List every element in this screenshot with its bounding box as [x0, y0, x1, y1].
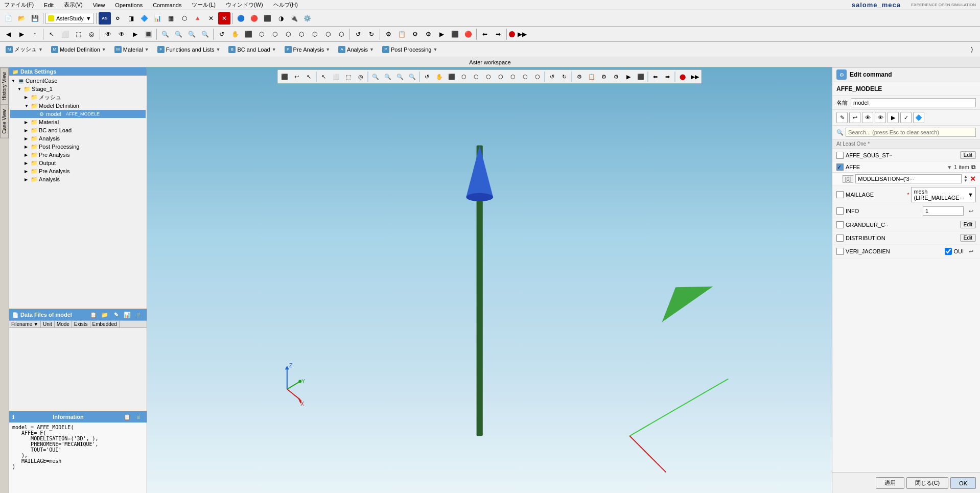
ep-tool-icon-3[interactable]: 👁 [862, 112, 873, 123]
tree-area[interactable]: ▼ 💻 CurrentCase ▼ 📁 Stage_1 ▶ 📁 メッシュ [9, 76, 147, 309]
tree-analysis-2[interactable]: ▶ 📁 Analysis [10, 175, 146, 183]
action-btn-10[interactable]: 📋 [395, 28, 408, 40]
menu-commands[interactable]: Commands [151, 2, 183, 9]
history-view-tab[interactable]: History View [0, 67, 9, 105]
view-btn-1[interactable]: ⬛ [242, 28, 254, 40]
action-btn-18[interactable] [509, 31, 515, 37]
tree-bc-load[interactable]: ▶ 📁 BC and Load [10, 126, 146, 134]
tree-post-processing[interactable]: ▶ 📁 Post Processing [10, 143, 146, 151]
module-bc-load[interactable]: B BC and Load ▼ [225, 44, 279, 55]
ep-ok-btn[interactable]: OK [950, 477, 976, 489]
info-btn-2[interactable]: ≡ [133, 412, 144, 421]
tb-btn-10[interactable]: 🔵 [235, 12, 247, 25]
ep-tool-icon-6[interactable]: ✓ [900, 112, 912, 123]
tree-mesh[interactable]: ▶ 📁 メッシュ [10, 93, 146, 102]
module-post-processing[interactable]: P Post Processing ▼ [379, 44, 441, 55]
ep-grandeur-edit[interactable]: Edit [960, 221, 976, 228]
view-btn-6[interactable]: ⬡ [309, 28, 321, 40]
new-button[interactable]: 📄 [2, 12, 14, 25]
case-view-tab[interactable]: Case View [0, 105, 9, 138]
zoom-btn-3[interactable]: 🔍 [199, 28, 211, 40]
action-btn-7[interactable]: ▶ [129, 28, 141, 40]
tree-stage1[interactable]: ▼ 📁 Stage_1 [10, 85, 146, 93]
menu-view[interactable]: View [91, 2, 107, 9]
ep-down-arrow[interactable]: ▼ [964, 179, 968, 183]
tb-btn-4[interactable]: 📊 [152, 12, 164, 25]
col-embedded[interactable]: Embedded [90, 321, 120, 327]
tree-currentcase[interactable]: ▼ 💻 CurrentCase [10, 77, 146, 85]
open-button[interactable]: 📂 [15, 12, 28, 25]
action-btn-2[interactable]: ⬜ [59, 28, 71, 40]
menu-file[interactable]: ファイル(F) [2, 1, 36, 9]
action-btn-6[interactable]: 👁 [115, 28, 128, 40]
tb-btn-11[interactable]: 🔴 [248, 12, 261, 25]
tree-model-def[interactable]: ▼ 📁 Model Definition [10, 102, 146, 110]
tree-analysis[interactable]: ▶ 📁 Analysis [10, 134, 146, 143]
tb-btn-7[interactable]: 🔺 [192, 12, 204, 25]
action-btn-3[interactable]: ⬚ [72, 28, 84, 40]
tb-btn-15[interactable]: ⚙️ [301, 12, 314, 25]
zoom-in-btn[interactable]: 🔍 [172, 28, 184, 40]
df-btn-4[interactable]: 📊 [122, 310, 132, 319]
tb-btn-3[interactable]: 🔷 [138, 12, 151, 25]
right-arrow-btn[interactable]: ⟩ [966, 43, 978, 56]
asterstudylogo-button[interactable]: AS [99, 12, 111, 25]
module-material[interactable]: M Material ▼ [111, 44, 153, 55]
view-btn-2[interactable]: ⬡ [255, 28, 268, 40]
view-btn-7[interactable]: ⬡ [322, 28, 334, 40]
col-filename[interactable]: Filename ▼ [9, 321, 41, 327]
ep-tool-icon-2[interactable]: ↩ [849, 112, 860, 123]
menu-help[interactable]: ヘルプ(H) [271, 1, 300, 9]
module-functions[interactable]: F Functions and Lists ▼ [154, 44, 224, 55]
action-btn-12[interactable]: ⚙ [422, 28, 434, 40]
ep-affe-copy[interactable]: ⧉ [971, 163, 976, 171]
ep-grandeur-checkbox[interactable] [836, 221, 844, 228]
ep-affe-checkbox[interactable]: ✓ [836, 163, 844, 171]
ep-affe-dropdown[interactable]: ▼ [947, 165, 952, 170]
tb-btn-2[interactable]: ◨ [125, 12, 137, 25]
action-btn-17[interactable]: ➡ [492, 28, 504, 40]
ep-affe-sous-checkbox[interactable] [836, 152, 844, 159]
action-btn-11[interactable]: ⚙ [409, 28, 421, 40]
action-btn-16[interactable]: ⬅ [479, 28, 491, 40]
df-btn-2[interactable]: 📁 [100, 310, 110, 319]
ep-affe-sous-edit[interactable]: Edit [960, 151, 976, 159]
viewport[interactable]: ⬛ ↩ ↖ ↖ ⬜ ⬚ ◎ 🔍 🔍 🔍 🔍 ↺ ✋ ⬛ ⬡ ⬡ ⬡ ⬡ ⬡ ⬡ … [147, 67, 832, 493]
ep-delete-btn[interactable]: ✕ [970, 175, 976, 183]
col-unit[interactable]: Unit [41, 321, 55, 327]
module-mesh[interactable]: M メッシュ ▼ [2, 44, 46, 55]
ep-distribution-checkbox[interactable] [836, 234, 844, 242]
save-button[interactable]: 💾 [29, 12, 41, 25]
action-btn-14[interactable]: ⬛ [449, 28, 461, 40]
df-btn-1[interactable]: 📋 [88, 310, 99, 319]
menu-view-jp[interactable]: 表示(V) [62, 1, 85, 9]
action-btn-15[interactable]: 🔴 [462, 28, 474, 40]
menu-window[interactable]: ウィンドウ(W) [224, 1, 265, 9]
tb-btn-6[interactable]: ⬡ [178, 12, 191, 25]
undo2-btn[interactable]: ↺ [352, 28, 364, 40]
df-btn-3[interactable]: ✎ [111, 310, 121, 319]
tree-output[interactable]: ▶ 📁 Output [10, 159, 146, 167]
tb-btn-13[interactable]: ◑ [275, 12, 287, 25]
action-btn-8[interactable]: 🔳 [142, 28, 154, 40]
menu-tools[interactable]: ツール(L) [190, 1, 217, 9]
module-pre-analysis[interactable]: P Pre Analysis ▼ [281, 44, 334, 55]
ep-tool-edit-icon[interactable]: ✎ [836, 112, 848, 123]
action-btn-9[interactable]: ⚙ [382, 28, 394, 40]
df-btn-5[interactable]: ≡ [133, 310, 144, 319]
action-btn-19[interactable]: ▶▶ [516, 28, 528, 40]
view-btn-4[interactable]: ⬡ [282, 28, 294, 40]
tree-model-item[interactable]: ⚙ model AFFE_MODELE [10, 110, 146, 118]
action-btn-5[interactable]: 👁 [102, 28, 114, 40]
module-analysis[interactable]: A Analysis ▼ [335, 44, 378, 55]
ep-close-btn[interactable]: 閉じる(C) [906, 477, 948, 489]
ep-info-value[interactable] [923, 206, 964, 216]
tb-btn-8[interactable]: ✕ [205, 12, 217, 25]
ep-search-input[interactable] [846, 128, 976, 137]
action-btn-4[interactable]: ◎ [85, 28, 98, 40]
tb-btn-14[interactable]: 🔌 [288, 12, 300, 25]
zoom-fit-btn[interactable]: 🔍 [159, 28, 171, 40]
view-btn-3[interactable]: ⬡ [269, 28, 281, 40]
ep-tool-icon-7[interactable]: 🔷 [913, 112, 924, 123]
ep-veri-checkbox[interactable] [836, 248, 844, 255]
